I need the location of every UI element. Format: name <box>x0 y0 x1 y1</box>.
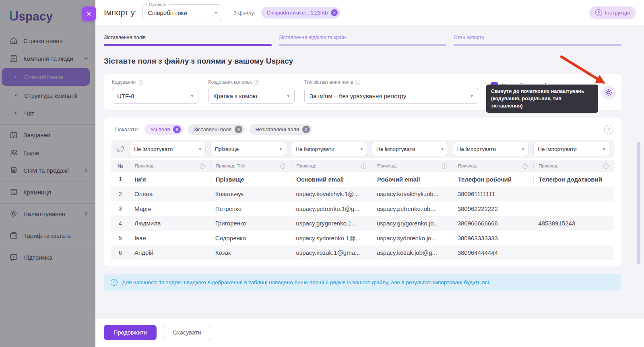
step-label: Зіставлення відділів та країн <box>279 35 447 40</box>
table-cell: uspacy.kozak.job@g... <box>372 249 453 256</box>
chevron-down-icon <box>199 147 201 152</box>
table-cell: uspacy.petrenko.1@g... <box>291 205 372 212</box>
match-type-label: Тип зіставлення полів <box>304 79 353 85</box>
continue-button[interactable]: Продовжити <box>104 325 157 340</box>
column-mapping-select[interactable]: Не імпортувати <box>372 142 448 156</box>
example-label: Приклад: <box>539 163 558 168</box>
info-icon[interactable] <box>280 163 285 169</box>
example-label: Приклад: Title <box>216 163 246 168</box>
table-row: 1 Ім'я Прізвище Основний email Робочий e… <box>111 172 614 187</box>
step-label: Зіставлення полів <box>104 35 272 40</box>
scrollbar-thumb[interactable] <box>637 142 640 264</box>
entity-select[interactable]: Сутність Співробітники <box>142 4 222 21</box>
remove-file-icon[interactable] <box>331 9 338 16</box>
example-header-row: № Приклад: Приклад: Title <box>111 160 614 172</box>
entity-select-value: Співробітники <box>148 9 187 16</box>
table-cell: 380961111111 <box>453 190 534 197</box>
filter-chip-count: 8 <box>235 126 242 133</box>
preview-rows: 1 Ім'я Прізвище Основний email Робочий e… <box>111 172 614 260</box>
column-mapping-select[interactable]: Не імпортувати <box>453 142 529 156</box>
table-cell: 380964444444 <box>453 249 534 256</box>
table-cell: uspacy.sydorenko.1@... <box>291 235 372 242</box>
table-row: 2 Олена Ковальчук uspacy.kovalchyk.1@...… <box>111 187 614 202</box>
filter-chip[interactable]: Усі поля 8 <box>144 124 183 135</box>
table-cell: 48538915243 <box>533 220 614 227</box>
column-mapping-select[interactable]: Не імпортувати <box>291 142 367 156</box>
column-mapping-select[interactable]: Прізвище <box>211 142 287 156</box>
row-number: 4 <box>111 220 130 227</box>
filter-chip[interactable]: Незіставлені поля 0 <box>250 124 312 135</box>
step-progress-bar <box>104 44 272 46</box>
column-mapping-select[interactable]: Не імпортувати <box>533 142 609 156</box>
instruction-button[interactable]: Інструкція <box>589 6 636 19</box>
chevron-down-icon <box>603 147 605 152</box>
unlink-icon <box>111 145 130 153</box>
row-number: 1 <box>111 176 130 182</box>
table-cell: Прізвище <box>211 176 291 183</box>
row-number: 5 <box>111 235 130 241</box>
chevron-down-icon <box>522 147 524 152</box>
info-icon[interactable] <box>603 163 609 169</box>
cancel-button[interactable]: Скасувати <box>163 325 211 340</box>
table-cell: 380963333333 <box>453 235 534 242</box>
filter-chip-count: 8 <box>173 126 181 133</box>
modal-footer: Продовжити Скасувати <box>95 317 644 347</box>
table-row: 6 Андрій Козак uspacy.kozak.1@gma... usp… <box>111 246 614 260</box>
field-filters: Показати: Усі поля 8 Зіставлені поля 8 <box>111 123 614 140</box>
table-cell: Сидоренко <box>211 235 291 242</box>
table-cell: Робочий email <box>372 176 453 183</box>
match-type-select[interactable]: За ім'ям – без урахування регістру <box>304 88 478 104</box>
modal-header: Імпорт у: Сутність Співробітники З файлу… <box>95 0 644 25</box>
filters-label: Показати: <box>115 126 139 132</box>
reset-settings-button[interactable] <box>601 85 616 100</box>
table-help-icon[interactable] <box>604 125 613 134</box>
instruction-label: Інструкція <box>605 10 630 16</box>
step-tab[interactable]: Зіставлення полів <box>104 35 272 46</box>
settings-card: Кодування UTF-8 Роздільник колонок Крапк… <box>104 74 621 110</box>
column-mapping-select[interactable]: Не імпортувати <box>130 142 206 156</box>
file-label: З файлу: <box>233 10 255 16</box>
filter-chip-label: Усі поля <box>150 126 170 132</box>
chevron-down-icon <box>471 93 473 99</box>
chevron-down-icon <box>215 10 217 15</box>
table-cell: uspacy.petrenko.job... <box>372 205 453 212</box>
table-cell: Основний email <box>291 176 372 183</box>
filter-chip-label: Незіставлені поля <box>255 126 299 132</box>
info-icon[interactable] <box>200 163 205 169</box>
close-icon[interactable] <box>82 6 96 21</box>
import-steps: Зіставлення полів Зіставлення відділів т… <box>104 35 621 46</box>
encoding-field: Кодування UTF-8 <box>112 79 198 110</box>
section-title: Зіставте поля з файлу з полями у вашому … <box>104 57 621 66</box>
info-icon <box>111 279 118 286</box>
table-cell: Ковальчук <box>211 190 291 197</box>
info-icon[interactable] <box>361 163 366 169</box>
chevron-down-icon <box>360 147 363 152</box>
table-cell: 380962222222 <box>453 205 534 212</box>
entity-select-label: Сутність <box>147 2 168 7</box>
table-cell: Андрій <box>130 249 211 256</box>
delimiter-field: Роздільник колонок Крапка з комою <box>208 79 295 110</box>
match-type-field: Тип зіставлення полів За ім'ям – без ура… <box>304 79 478 110</box>
question-circle-icon <box>595 9 602 16</box>
info-icon[interactable] <box>442 163 447 169</box>
table-cell: Козак <box>211 249 291 256</box>
step-progress-bar <box>454 44 621 46</box>
chevron-down-icon <box>191 93 193 99</box>
filter-chip[interactable]: Зіставлені поля 8 <box>188 124 245 135</box>
modal-body: Зіставлення полів Зіставлення відділів т… <box>95 25 644 317</box>
info-banner-text: Для наочності та задля швидкого відображ… <box>122 279 490 285</box>
step-tab[interactable]: Стан імпорту <box>454 35 621 46</box>
step-tab[interactable]: Зіставлення відділів та країн <box>279 35 447 46</box>
info-icon[interactable] <box>522 163 528 169</box>
encoding-label: Кодування <box>112 79 136 85</box>
row-number: 6 <box>111 250 130 256</box>
table-cell: Телефон додатковий <box>533 176 614 183</box>
table-cell: Олена <box>130 190 211 197</box>
encoding-select[interactable]: UTF-8 <box>112 88 198 104</box>
table-cell: uspacy.grygorenko.jo... <box>372 220 453 227</box>
delimiter-select[interactable]: Крапка з комою <box>208 88 295 104</box>
table-cell: Іван <box>130 235 211 242</box>
table-cell: uspacy.sydorenko.jo... <box>372 235 453 242</box>
table-row: 4 Людмила Григоренко uspacy.grygorenko.1… <box>111 216 614 231</box>
example-label: Приклад: <box>377 163 397 168</box>
